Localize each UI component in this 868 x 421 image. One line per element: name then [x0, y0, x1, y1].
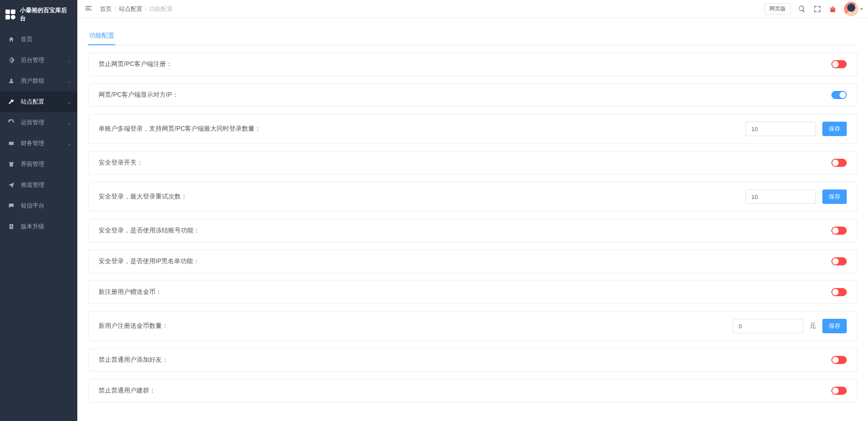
toggle-switch[interactable]	[831, 159, 847, 167]
sidebar-item-label: 用户群组	[21, 77, 44, 85]
search-icon[interactable]	[798, 5, 806, 13]
chat-icon	[8, 203, 14, 209]
setting-label: 安全登录，是否使用IP黑名单功能：	[99, 257, 199, 265]
save-button[interactable]: 保存	[822, 122, 847, 136]
chevron-down-icon: ⌄	[67, 141, 71, 146]
toggle-switch[interactable]	[831, 387, 847, 395]
refresh-icon	[8, 119, 14, 126]
value-input[interactable]	[745, 122, 816, 136]
toggle-switch[interactable]	[831, 257, 847, 265]
breadcrumb: 首页 / 站点配置 / 功能配置	[100, 5, 757, 13]
setting-label: 禁止普通用户添加好友：	[99, 356, 168, 364]
brand-title: 小晕裕的百宝库后台	[20, 6, 72, 23]
sidebar-item-2[interactable]: 用户群组⌄	[0, 71, 77, 91]
setting-row-2: 单账户多端登录，支持网页/PC客户端最大同时登录数量：保存	[88, 114, 857, 144]
setting-row-6: 安全登录，是否使用IP黑名单功能：	[88, 250, 857, 273]
breadcrumb-home[interactable]: 首页	[100, 5, 112, 13]
toggle-switch[interactable]	[831, 288, 847, 296]
chevron-down-icon: ⌄	[67, 58, 71, 63]
chevron-down-icon: ⌄	[67, 99, 71, 104]
wallet-icon	[8, 140, 14, 147]
brand-logo-icon	[5, 9, 15, 19]
setting-row-1: 网页/PC客户端显示对方IP：	[88, 83, 857, 107]
tab-feature-config[interactable]: 功能配置	[88, 27, 115, 45]
toggle-switch[interactable]	[831, 356, 847, 364]
sidebar: 小晕裕的百宝库后台 首页后台管理⌄用户群组⌄站点配置⌄运营管理⌄财务管理⌄界面管…	[0, 0, 77, 421]
setting-label: 禁止网页/PC客户端注册：	[99, 60, 172, 68]
topbar: 首页 / 站点配置 / 功能配置 网页版 ▾	[77, 0, 868, 18]
setting-row-5: 安全登录，是否使用冻结账号功能：	[88, 219, 857, 242]
shirt-icon	[8, 161, 14, 167]
value-input[interactable]	[733, 319, 803, 333]
user-icon	[8, 78, 14, 84]
sidebar-item-1[interactable]: 后台管理⌄	[0, 50, 77, 71]
setting-row-4: 安全登录，最大登录重试次数：保存	[88, 182, 857, 212]
sidebar-item-7[interactable]: 推送管理	[0, 175, 77, 195]
setting-label: 禁止普通用户建群：	[99, 387, 156, 395]
suffix-yuan: 元	[810, 322, 816, 330]
setting-row-3: 安全登录开关：	[88, 151, 857, 175]
breadcrumb-current: 功能配置	[149, 5, 173, 13]
setting-label: 单账户多端登录，支持网页/PC客户端最大同时登录数量：	[99, 125, 261, 133]
toggle-switch[interactable]	[831, 91, 847, 99]
sidebar-item-label: 版本升级	[21, 222, 44, 231]
fullscreen-icon[interactable]	[813, 5, 821, 13]
home-icon	[8, 36, 14, 43]
avatar	[844, 2, 859, 16]
sidebar-item-label: 运营管理	[21, 118, 44, 127]
sidebar-item-label: 财务管理	[21, 139, 44, 147]
sidebar-item-label: 首页	[21, 35, 33, 43]
sidebar-item-label: 短信平台	[21, 202, 44, 210]
setting-label: 安全登录，是否使用冻结账号功能：	[99, 227, 200, 235]
user-menu[interactable]: ▾	[844, 2, 863, 16]
sidebar-item-4[interactable]: 运营管理⌄	[0, 112, 77, 133]
sidebar-item-label: 站点配置	[21, 98, 44, 106]
setting-label: 安全登录开关：	[99, 159, 143, 167]
value-input[interactable]	[745, 189, 816, 204]
sidebar-item-0[interactable]: 首页	[0, 29, 77, 50]
gift-icon[interactable]	[829, 5, 837, 13]
setting-label: 新注册用户赠送金币：	[99, 288, 162, 296]
setting-row-7: 新注册用户赠送金币：	[88, 280, 857, 304]
tab-header: 功能配置	[88, 27, 857, 45]
sidebar-item-label: 界面管理	[21, 160, 44, 168]
wrench-icon	[8, 99, 14, 105]
chevron-down-icon: ▾	[860, 6, 863, 11]
setting-row-0: 禁止网页/PC客户端注册：	[88, 52, 857, 76]
toggle-switch[interactable]	[831, 60, 847, 68]
setting-label: 新用户注册送金币数量：	[99, 322, 168, 330]
send-icon	[8, 182, 14, 188]
sidebar-item-5[interactable]: 财务管理⌄	[0, 133, 77, 154]
sidebar-item-9[interactable]: 版本升级	[0, 216, 77, 237]
up-icon	[8, 223, 14, 230]
web-version-button[interactable]: 网页版	[764, 3, 791, 14]
setting-row-8: 新用户注册送金币数量：元保存	[88, 311, 857, 341]
sidebar-item-label: 推送管理	[21, 181, 44, 189]
sidebar-item-label: 后台管理	[21, 56, 44, 64]
sidebar-item-6[interactable]: 界面管理	[0, 154, 77, 175]
sidebar-item-8[interactable]: 短信平台	[0, 195, 77, 216]
save-button[interactable]: 保存	[822, 319, 847, 333]
brand: 小晕裕的百宝库后台	[0, 0, 77, 29]
save-button[interactable]: 保存	[822, 189, 847, 204]
collapse-menu-icon[interactable]	[85, 4, 93, 14]
sidebar-item-3[interactable]: 站点配置⌄	[0, 91, 77, 112]
setting-label: 网页/PC客户端显示对方IP：	[99, 91, 179, 99]
gear-icon	[8, 57, 14, 63]
setting-label: 安全登录，最大登录重试次数：	[99, 193, 187, 201]
chevron-down-icon: ⌄	[67, 120, 71, 125]
sidebar-menu: 首页后台管理⌄用户群组⌄站点配置⌄运营管理⌄财务管理⌄界面管理推送管理短信平台版…	[0, 29, 77, 237]
setting-row-9: 禁止普通用户添加好友：	[88, 348, 857, 372]
chevron-down-icon: ⌄	[67, 79, 71, 84]
breadcrumb-l1[interactable]: 站点配置	[119, 5, 142, 13]
toggle-switch[interactable]	[831, 227, 847, 235]
setting-row-10: 禁止普通用户建群：	[88, 379, 857, 402]
content: 功能配置 禁止网页/PC客户端注册：网页/PC客户端显示对方IP：单账户多端登录…	[77, 18, 868, 421]
